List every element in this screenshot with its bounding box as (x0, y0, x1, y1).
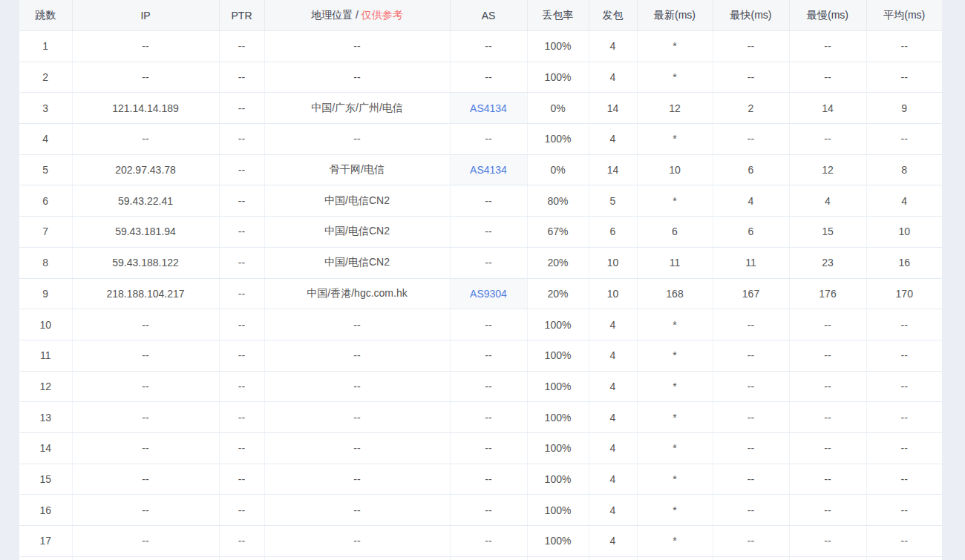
cell-latest: * (637, 340, 713, 371)
cell-hop: 1 (19, 31, 72, 62)
cell-fastest: -- (713, 402, 789, 433)
col-header-avg: 平均(ms) (866, 0, 942, 31)
cell-ptr: -- (219, 62, 264, 93)
cell-geo: 中国/香港/hgc.com.hk (264, 278, 450, 309)
cell-as: -- (450, 217, 527, 248)
cell-loss: 100% (527, 432, 589, 464)
as-link[interactable]: AS4134 (470, 164, 507, 176)
cell-loss: 100% (527, 495, 589, 526)
table-row: 9 218.188.104.217 -- 中国/香港/hgc.com.hk AS… (19, 278, 942, 309)
as-link[interactable]: AS9304 (470, 288, 507, 300)
cell-geo: 中国/电信CN2 (264, 247, 450, 278)
cell-slowest: -- (789, 432, 866, 464)
cell-latest: * (637, 526, 713, 557)
cell-as: -- (450, 309, 527, 340)
col-header-hop: 跳数 (19, 0, 72, 31)
cell-sent: 10 (589, 247, 637, 278)
col-header-geo: 地理位置 / 仅供参考 (264, 0, 450, 31)
col-header-ptr: PTR (219, 0, 264, 31)
cell-sent: 4 (589, 62, 637, 93)
cell-geo: -- (264, 495, 450, 526)
cell-latest: * (637, 432, 713, 464)
cell-geo: -- (264, 464, 450, 495)
col-header-ip: IP (72, 0, 219, 31)
cell-slowest: -- (789, 62, 866, 93)
table-row: 12 -- -- -- -- 100% 4 * -- -- -- (19, 371, 942, 402)
cell-avg: -- (866, 124, 942, 155)
cell-fastest: 11 (713, 247, 789, 278)
cell-slowest: -- (789, 340, 866, 371)
cell-slowest: 15 (789, 217, 866, 248)
cell-geo: -- (264, 31, 450, 62)
cell-hop: 2 (19, 62, 72, 93)
cell-slowest: 176 (789, 278, 866, 309)
table-row: 2 -- -- -- -- 100% 4 * -- -- -- (19, 62, 942, 93)
cell-slowest: -- (789, 309, 866, 340)
cell-as: AS4134 (450, 154, 527, 185)
cell-ip: -- (72, 495, 219, 526)
cell-avg: 4 (866, 185, 942, 217)
cell-sent (589, 556, 637, 560)
table-row: 17 -- -- -- -- 100% 4 * -- -- -- (19, 526, 942, 557)
table-row: 13 -- -- -- -- 100% 4 * -- -- -- (19, 402, 942, 433)
cell-hop: 3 (19, 93, 72, 124)
cell-geo: -- (264, 526, 450, 557)
cell-ip: -- (72, 62, 219, 93)
cell-sent: 4 (589, 432, 637, 464)
cell-geo: -- (264, 62, 450, 93)
cell-latest: 10 (637, 154, 713, 185)
cell-ip: -- (72, 124, 219, 155)
cell-as: -- (450, 495, 527, 526)
cell-fastest: -- (713, 124, 789, 155)
cell-latest: * (637, 402, 713, 433)
partial-row (19, 556, 942, 560)
cell-ptr: -- (219, 526, 264, 557)
cell-hop (19, 556, 72, 560)
cell-avg: 170 (866, 278, 942, 309)
cell-sent: 4 (589, 402, 637, 433)
cell-hop: 17 (19, 526, 72, 557)
cell-slowest (789, 556, 866, 560)
cell-avg: -- (866, 402, 942, 433)
cell-hop: 9 (19, 278, 72, 309)
table-header: 跳数 IP PTR 地理位置 / 仅供参考 AS 丢包率 发包 最新(ms) 最… (19, 0, 942, 31)
cell-geo: 中国/电信CN2 (264, 185, 450, 217)
geo-header-note: 仅供参考 (362, 9, 403, 21)
cell-latest: * (637, 185, 713, 217)
cell-fastest: 6 (713, 217, 789, 248)
cell-hop: 10 (19, 309, 72, 340)
cell-loss (527, 556, 589, 560)
cell-avg: 10 (866, 217, 942, 248)
cell-fastest: 2 (713, 93, 789, 124)
cell-ip: -- (72, 432, 219, 464)
cell-latest: * (637, 309, 713, 340)
cell-ip (72, 556, 219, 560)
cell-as: AS9304 (450, 278, 527, 309)
cell-slowest: 12 (789, 154, 866, 185)
cell-ptr: -- (219, 154, 264, 185)
cell-loss: 20% (527, 278, 589, 309)
cell-ptr: -- (219, 124, 264, 155)
cell-avg: -- (866, 371, 942, 402)
table-body: 1 -- -- -- -- 100% 4 * -- -- -- 2 -- -- … (19, 31, 942, 560)
cell-avg: 16 (866, 247, 942, 278)
cell-avg: -- (866, 432, 942, 464)
cell-ptr: -- (219, 278, 264, 309)
cell-avg: -- (866, 62, 942, 93)
cell-sent: 10 (589, 278, 637, 309)
cell-latest: 11 (637, 247, 713, 278)
cell-slowest: -- (789, 124, 866, 155)
cell-latest: 12 (637, 93, 713, 124)
cell-sent: 14 (589, 93, 637, 124)
cell-fastest: -- (713, 432, 789, 464)
cell-geo: -- (264, 340, 450, 371)
cell-ip: 121.14.14.189 (72, 93, 219, 124)
cell-latest: * (637, 124, 713, 155)
table-row: 4 -- -- -- -- 100% 4 * -- -- -- (19, 124, 942, 155)
as-link[interactable]: AS4134 (470, 102, 507, 114)
cell-sent: 4 (589, 495, 637, 526)
cell-loss: 0% (527, 154, 589, 185)
cell-fastest (713, 556, 789, 560)
cell-ptr: -- (219, 31, 264, 62)
cell-sent: 4 (589, 526, 637, 557)
